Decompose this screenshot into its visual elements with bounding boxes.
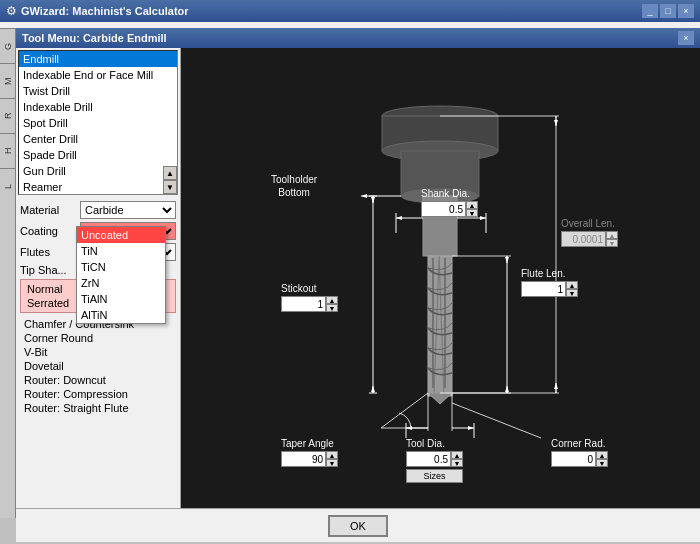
extra-tool-router-compression[interactable]: Router: Compression (20, 387, 176, 401)
tool-dia-up[interactable]: ▲ (451, 451, 463, 459)
shank-dia-field: ▲ ▼ (421, 201, 478, 217)
shank-dia-label: Shank Dia. (421, 188, 470, 199)
sidebar-tab-m[interactable]: M (0, 63, 15, 98)
sizes-button[interactable]: Sizes (406, 469, 463, 483)
taper-angle-down[interactable]: ▼ (326, 459, 338, 467)
corner-rad-spinners: ▲ ▼ (596, 451, 608, 467)
stickout-down[interactable]: ▼ (326, 304, 338, 312)
tool-dia-field: ▲ ▼ (406, 451, 463, 467)
stickout-container: Stickout ▲ ▼ (281, 283, 338, 312)
tool-dia-label: Tool Dia. (406, 438, 445, 449)
coating-option-tin[interactable]: TiN (77, 243, 165, 259)
tool-list-item-reamer[interactable]: Reamer (19, 179, 177, 194)
material-row: Material Carbide (20, 201, 176, 219)
coating-label: Coating (20, 225, 80, 237)
taper-angle-input[interactable] (281, 451, 326, 467)
tool-list-item-indexable-drill[interactable]: Indexable Drill (19, 99, 177, 115)
outer-sidebar: G M R H L (0, 28, 16, 518)
corner-rad-container: Corner Rad. ▲ ▼ (551, 438, 608, 467)
right-panel: Shank Dia. ▲ ▼ Toolholder Bottom Stickou… (181, 48, 700, 508)
title-bar: ⚙ GWizard: Machinist's Calculator _ □ × (0, 0, 700, 22)
tool-list-item-spade-drill[interactable]: Spade Drill (19, 147, 177, 163)
maximize-button[interactable]: □ (660, 4, 676, 18)
stickout-label: Stickout (281, 283, 317, 294)
material-select[interactable]: Carbide (80, 201, 176, 219)
extra-tool-dovetail[interactable]: Dovetail (20, 359, 176, 373)
taper-angle-spinners: ▲ ▼ (326, 451, 338, 467)
shank-dia-container: Shank Dia. ▲ ▼ (421, 188, 478, 217)
overall-len-field: ▲ ▼ (561, 231, 618, 247)
tool-list-item-center-drill[interactable]: Center Drill (19, 131, 177, 147)
overall-len-down[interactable]: ▼ (606, 239, 618, 247)
coating-option-tialn[interactable]: TiAlN (77, 291, 165, 307)
corner-rad-field: ▲ ▼ (551, 451, 608, 467)
coating-option-ticn[interactable]: TiCN (77, 259, 165, 275)
tool-list-item-spot-drill[interactable]: Spot Drill (19, 115, 177, 131)
flute-len-container: Flute Len. ▲ ▼ (521, 268, 578, 297)
sidebar-tab-g[interactable]: G (0, 28, 15, 63)
tool-dia-input[interactable] (406, 451, 451, 467)
stickout-field: ▲ ▼ (281, 296, 338, 312)
extra-tool-router-downcut[interactable]: Router: Downcut (20, 373, 176, 387)
coating-option-zrn[interactable]: ZrN (77, 275, 165, 291)
extra-tool-vbit[interactable]: V-Bit (20, 345, 176, 359)
shank-dia-up[interactable]: ▲ (466, 201, 478, 209)
overall-len-input[interactable] (561, 231, 606, 247)
corner-rad-input[interactable] (551, 451, 596, 467)
extra-tool-router-straight[interactable]: Router: Straight Flute (20, 401, 176, 415)
tool-list-item-endmill[interactable]: Endmill (19, 51, 177, 67)
sidebar-tab-l[interactable]: L (0, 168, 15, 203)
flutes-label: Flutes (20, 246, 80, 258)
tool-list-container: Endmill Indexable End or Face Mill Twist… (18, 50, 178, 195)
svg-line-40 (452, 403, 541, 438)
stickout-up[interactable]: ▲ (326, 296, 338, 304)
minimize-button[interactable]: _ (642, 4, 658, 18)
flute-len-label: Flute Len. (521, 268, 565, 279)
svg-marker-13 (428, 393, 452, 404)
corner-rad-label: Corner Rad. (551, 438, 605, 449)
taper-angle-up[interactable]: ▲ (326, 451, 338, 459)
material-label: Material (20, 204, 80, 216)
dialog-footer: OK (16, 508, 700, 542)
ok-button[interactable]: OK (328, 515, 388, 537)
dialog-close-button[interactable]: × (678, 31, 694, 45)
tip-shape-label: Tip Sha... (20, 264, 80, 276)
overall-len-spinners: ▲ ▼ (606, 231, 618, 247)
tool-list-item-gun-drill[interactable]: Gun Drill (19, 163, 177, 179)
scroll-up-arrow[interactable]: ▲ (163, 166, 177, 180)
tool-list-item-twist-drill[interactable]: Twist Drill (19, 83, 177, 99)
extra-tools-section: Chamfer / Countersink Corner Round V-Bit… (20, 317, 176, 415)
shank-dia-down[interactable]: ▼ (466, 209, 478, 217)
overall-len-label: Overall Len. (561, 218, 615, 229)
flute-len-spinners: ▲ ▼ (566, 281, 578, 297)
tool-list: Endmill Indexable End or Face Mill Twist… (19, 51, 177, 194)
shank-dia-input[interactable] (421, 201, 466, 217)
sidebar-tab-r[interactable]: R (0, 98, 15, 133)
taper-angle-field: ▲ ▼ (281, 451, 338, 467)
extra-tool-corner-round[interactable]: Corner Round (20, 331, 176, 345)
dialog-content: Endmill Indexable End or Face Mill Twist… (16, 48, 700, 508)
flute-len-input[interactable] (521, 281, 566, 297)
flute-len-field: ▲ ▼ (521, 281, 578, 297)
window-close-button[interactable]: × (678, 4, 694, 18)
tool-list-item-indexable-face[interactable]: Indexable End or Face Mill (19, 67, 177, 83)
toolholder-bottom-label: Toolholder Bottom (271, 173, 317, 199)
corner-rad-up[interactable]: ▲ (596, 451, 608, 459)
corner-rad-down[interactable]: ▼ (596, 459, 608, 467)
svg-line-41 (381, 393, 428, 428)
overall-len-up[interactable]: ▲ (606, 231, 618, 239)
stickout-spinners: ▲ ▼ (326, 296, 338, 312)
overall-len-container: Overall Len. ▲ ▼ (561, 218, 618, 247)
app-title: GWizard: Machinist's Calculator (21, 5, 189, 17)
left-panel: Endmill Indexable End or Face Mill Twist… (16, 48, 181, 508)
scroll-down-arrow[interactable]: ▼ (163, 180, 177, 194)
tool-dia-container: Tool Dia. ▲ ▼ Sizes (406, 438, 463, 483)
coating-option-uncoated[interactable]: Uncoated (77, 227, 165, 243)
sidebar-tab-h[interactable]: H (0, 133, 15, 168)
coating-option-altin[interactable]: AlTiN (77, 307, 165, 323)
flute-len-down[interactable]: ▼ (566, 289, 578, 297)
flute-len-up[interactable]: ▲ (566, 281, 578, 289)
tool-dia-down[interactable]: ▼ (451, 459, 463, 467)
stickout-input[interactable] (281, 296, 326, 312)
window-controls: _ □ × (642, 4, 694, 18)
